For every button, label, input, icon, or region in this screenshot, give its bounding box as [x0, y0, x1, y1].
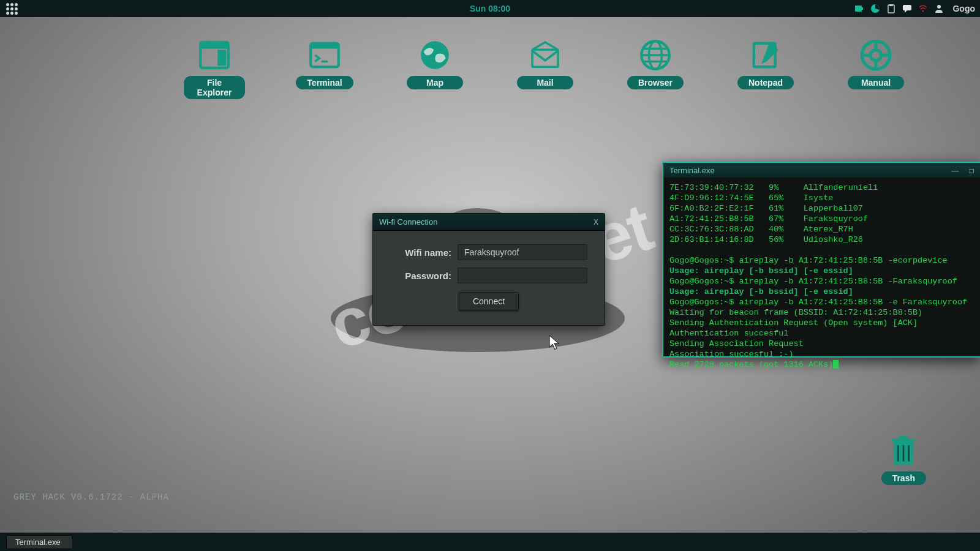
clipboard-icon[interactable] [886, 4, 896, 13]
svg-point-7 [937, 5, 941, 9]
terminal-window-controls: — □ [943, 166, 974, 175]
battery-icon[interactable] [854, 4, 864, 13]
wifi-connection-window[interactable]: Wi-fi Connection X Wifi name: Password: … [372, 213, 605, 326]
apps-grid-icon[interactable] [5, 2, 18, 15]
desktop-icon-browser[interactable]: Browser [625, 38, 686, 99]
terminal-body[interactable]: 7E:73:39:40:77:32 9% Allfanderuniel1 4F:… [663, 178, 980, 375]
globe-map-icon [418, 38, 452, 72]
mail-icon [528, 38, 562, 72]
username-label[interactable]: Gogo [952, 4, 975, 13]
desktop-icon-notepad[interactable]: Notepad [735, 38, 796, 99]
version-text: GREY HACK V0.6.1722 - ALPHA [13, 492, 169, 502]
trash-label: Trash [881, 471, 926, 485]
svg-rect-12 [311, 43, 339, 49]
wifi-password-label: Password: [390, 271, 451, 281]
taskbar-item-terminal[interactable]: Terminal.exe [6, 535, 72, 549]
taskbar: Terminal.exe [0, 533, 980, 551]
svg-rect-9 [200, 42, 228, 49]
wifi-off-icon[interactable] [918, 4, 928, 13]
svg-rect-15 [532, 50, 558, 67]
svg-point-14 [421, 41, 449, 69]
desktop-icon-mail[interactable]: Mail [514, 38, 576, 99]
desktop-icons-row: File Explorer Terminal Map Mail Browser … [184, 38, 907, 99]
svg-rect-27 [899, 436, 908, 439]
wifi-window-titlebar[interactable]: Wi-fi Connection X [373, 214, 605, 231]
svg-rect-26 [892, 439, 916, 442]
maximize-icon[interactable]: □ [970, 167, 974, 175]
desktop-icon-label: Map [407, 76, 463, 89]
top-bar: Sun 08:00 Gogo [0, 0, 980, 17]
svg-rect-1 [862, 7, 863, 10]
desktop-icon-label: Browser [627, 76, 684, 89]
connect-button[interactable]: Connect [459, 292, 519, 310]
close-icon[interactable]: X [594, 218, 598, 227]
wifi-window-title: Wi-fi Connection [379, 217, 437, 227]
terminal-titlebar[interactable]: Terminal.exe — □ [663, 163, 980, 178]
terminal-icon [307, 38, 342, 72]
terminal-title: Terminal.exe [669, 166, 715, 175]
svg-rect-5 [903, 5, 911, 10]
lifebuoy-icon [859, 38, 893, 72]
desktop-icon-label: File Explorer [184, 76, 245, 99]
wifi-window-body: Wifi name: Password: Connect [373, 231, 605, 325]
user-icon[interactable] [934, 4, 944, 13]
wifi-name-label: Wifi name: [390, 247, 451, 258]
browser-globe-icon [638, 38, 673, 72]
desktop-icon-file-explorer[interactable]: File Explorer [184, 38, 245, 99]
desktop-icon-manual[interactable]: Manual [845, 38, 907, 99]
svg-point-6 [922, 10, 924, 12]
chat-icon[interactable] [902, 4, 912, 13]
system-tray: Gogo [854, 4, 975, 13]
desktop-icon-terminal[interactable]: Terminal [294, 38, 355, 99]
desktop-icon-label: Notepad [737, 76, 794, 89]
minimize-icon[interactable]: — [951, 167, 959, 175]
desktop-icon-map[interactable]: Map [404, 38, 466, 99]
file-explorer-icon [197, 38, 232, 72]
wifi-password-input[interactable] [458, 268, 587, 283]
pie-icon[interactable] [870, 4, 880, 13]
desktop-icon-label: Terminal [296, 76, 353, 89]
trash-icon [886, 433, 921, 468]
svg-point-23 [870, 50, 881, 61]
trash-icon-container[interactable]: Trash [881, 433, 926, 485]
desktop-icon-label: Manual [848, 76, 904, 89]
svg-rect-4 [889, 4, 893, 6]
desktop-icon-label: Mail [517, 76, 573, 89]
svg-rect-0 [855, 6, 862, 12]
svg-rect-10 [217, 50, 226, 66]
clock: Sun 08:00 [470, 4, 510, 13]
terminal-window[interactable]: Terminal.exe — □ 7E:73:39:40:77:32 9% Al… [662, 162, 980, 358]
wifi-name-input[interactable] [458, 244, 587, 260]
notepad-icon [748, 38, 783, 72]
